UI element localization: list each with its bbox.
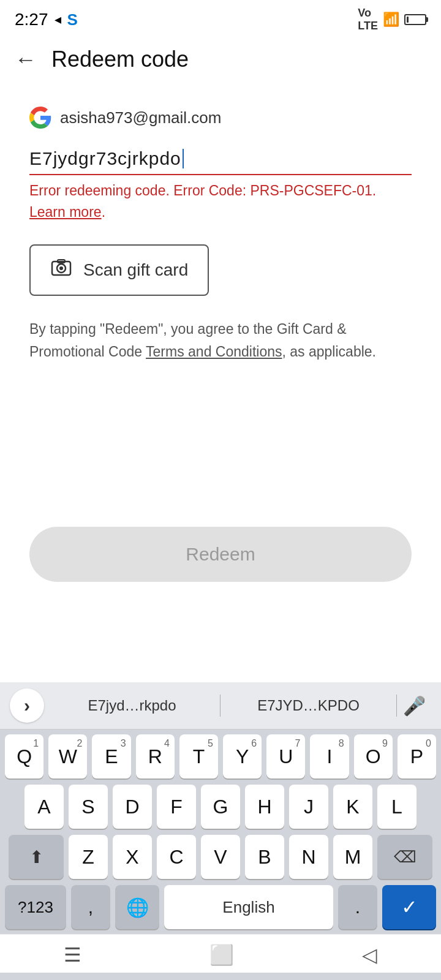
key-f[interactable]: F bbox=[157, 785, 196, 829]
key-g[interactable]: G bbox=[201, 785, 240, 829]
suggestion-2[interactable]: E7JYD…KPDO bbox=[221, 691, 396, 720]
keyboard-row-1: 1Q 2W 3E 4R 5T 6Y 7U 8I 9O 0P bbox=[5, 734, 436, 778]
key-v[interactable]: V bbox=[201, 835, 240, 879]
text-cursor bbox=[183, 149, 184, 168]
status-time: 2:27 bbox=[15, 10, 48, 29]
key-b[interactable]: B bbox=[245, 835, 284, 879]
space-key[interactable]: English bbox=[164, 885, 333, 929]
key-n[interactable]: N bbox=[289, 835, 328, 879]
comma-key[interactable]: , bbox=[71, 885, 110, 929]
num-key[interactable]: ?123 bbox=[5, 885, 66, 929]
camera-icon bbox=[50, 257, 72, 284]
keyboard-bottom-row: ?123 , 🌐 English . ✓ bbox=[0, 885, 441, 934]
key-q[interactable]: 1Q bbox=[5, 734, 43, 778]
main-content: asisha973@gmail.com E7jydgr73cjrkpdo Err… bbox=[0, 82, 441, 378]
key-c[interactable]: C bbox=[157, 835, 196, 879]
key-s[interactable]: S bbox=[69, 785, 108, 829]
keyboard: › E7jyd…rkpdo E7JYD…KPDO 🎤 1Q 2W 3E 4R 5… bbox=[0, 682, 441, 980]
key-a[interactable]: A bbox=[24, 785, 64, 829]
shift-key[interactable]: ⬆ bbox=[9, 835, 64, 879]
key-w[interactable]: 2W bbox=[48, 734, 87, 778]
terms-link[interactable]: Terms and Conditions bbox=[146, 344, 282, 360]
google-logo bbox=[29, 107, 51, 129]
error-message: Error redeeming code. Error Code: PRS-PG… bbox=[29, 180, 412, 222]
key-o[interactable]: 9O bbox=[354, 734, 393, 778]
nav-home-button[interactable]: ⬜ bbox=[209, 943, 234, 967]
keyboard-row-3: ⬆ Z X C V B N M ⌫ bbox=[5, 835, 436, 879]
key-j[interactable]: J bbox=[289, 785, 328, 829]
key-r[interactable]: 4R bbox=[136, 734, 175, 778]
learn-more-link[interactable]: Learn more bbox=[29, 204, 102, 220]
key-x[interactable]: X bbox=[113, 835, 152, 879]
key-p[interactable]: 0P bbox=[398, 734, 436, 778]
page-title: Redeem code bbox=[51, 47, 189, 72]
key-e[interactable]: 3E bbox=[92, 734, 130, 778]
key-z[interactable]: Z bbox=[69, 835, 108, 879]
svg-point-3 bbox=[59, 266, 63, 270]
scan-gift-card-button[interactable]: Scan gift card bbox=[29, 244, 209, 296]
battery-icon bbox=[404, 14, 426, 25]
terms-text: By tapping "Redeem", you agree to the Gi… bbox=[29, 318, 412, 363]
keyboard-rows: 1Q 2W 3E 4R 5T 6Y 7U 8I 9O 0P A S D F G … bbox=[0, 729, 441, 879]
suggestions-expand-button[interactable]: › bbox=[10, 688, 44, 723]
back-button[interactable]: ← bbox=[15, 48, 37, 70]
redeem-button[interactable]: Redeem bbox=[29, 527, 412, 582]
period-key[interactable]: . bbox=[338, 885, 377, 929]
vo-lte-icon: VoLTE bbox=[358, 7, 378, 32]
key-h[interactable]: H bbox=[245, 785, 284, 829]
top-nav: ← Redeem code bbox=[0, 37, 441, 82]
key-t[interactable]: 5T bbox=[179, 734, 218, 778]
location-icon: ◂ bbox=[55, 12, 61, 28]
key-y[interactable]: 6Y bbox=[223, 734, 262, 778]
keyboard-row-2: A S D F G H J K L bbox=[5, 785, 436, 829]
key-m[interactable]: M bbox=[333, 835, 372, 879]
key-i[interactable]: 8I bbox=[310, 734, 349, 778]
delete-key[interactable]: ⌫ bbox=[377, 835, 432, 879]
nav-bar: ☰ ⬜ ◁ bbox=[0, 934, 441, 973]
skype-icon: S bbox=[67, 10, 78, 29]
key-k[interactable]: K bbox=[333, 785, 372, 829]
code-input-wrapper: E7jydgr73cjrkpdo bbox=[29, 148, 412, 175]
code-input-value[interactable]: E7jydgr73cjrkpdo bbox=[29, 148, 181, 169]
signal-icon: 📶 bbox=[383, 12, 399, 28]
key-d[interactable]: D bbox=[113, 785, 152, 829]
nav-menu-button[interactable]: ☰ bbox=[64, 943, 81, 967]
key-l[interactable]: L bbox=[377, 785, 417, 829]
key-u[interactable]: 7U bbox=[266, 734, 305, 778]
globe-key[interactable]: 🌐 bbox=[115, 885, 159, 929]
scan-gift-card-label: Scan gift card bbox=[83, 260, 188, 280]
enter-key[interactable]: ✓ bbox=[382, 885, 436, 929]
redeem-area: Redeem bbox=[0, 527, 441, 582]
suggestions-bar: › E7jyd…rkpdo E7JYD…KPDO 🎤 bbox=[0, 682, 441, 729]
microphone-button[interactable]: 🎤 bbox=[397, 688, 431, 723]
status-bar: 2:27 ◂ S VoLTE 📶 bbox=[0, 0, 441, 37]
suggestions-list: E7jyd…rkpdo E7JYD…KPDO bbox=[44, 691, 397, 720]
account-email: asisha973@gmail.com bbox=[60, 108, 221, 127]
suggestion-1[interactable]: E7jyd…rkpdo bbox=[44, 691, 220, 720]
account-row: asisha973@gmail.com bbox=[29, 107, 412, 129]
nav-back-button[interactable]: ◁ bbox=[362, 943, 377, 967]
